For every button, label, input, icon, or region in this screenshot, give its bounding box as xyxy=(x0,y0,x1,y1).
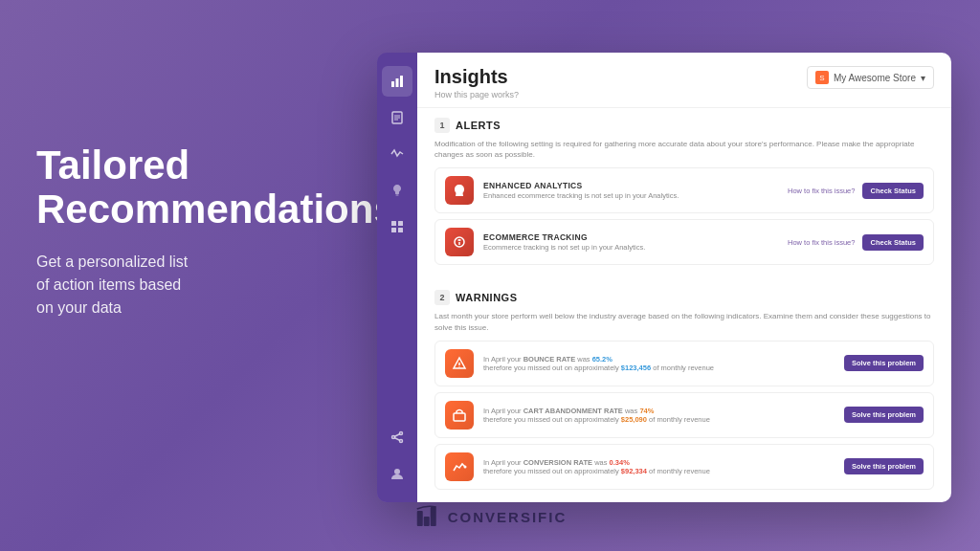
warning-content-1: In April your BOUNCE RATE was 65.2% ther… xyxy=(483,354,835,372)
left-section: Tailored Recommendations Get a personali… xyxy=(36,143,323,320)
warning-text-3: In April your CONVERSION RATE was 0.34% … xyxy=(483,458,835,475)
store-name: My Awesome Store xyxy=(834,73,916,83)
check-status-btn-1[interactable]: Check Status xyxy=(862,183,924,199)
alert-actions-2: How to fix this issue? Check Status xyxy=(788,234,924,251)
sidebar-bottom xyxy=(382,422,412,502)
svg-point-21 xyxy=(394,469,400,474)
chevron-down-icon: ▾ xyxy=(921,73,925,83)
svg-rect-5 xyxy=(400,76,403,87)
svg-point-17 xyxy=(392,436,395,439)
warning-text-2: In April your CART ABANDONMENT RATE was … xyxy=(483,407,835,424)
warning-icon-3 xyxy=(445,452,474,481)
logo-text: CONVERSIFIC xyxy=(448,509,568,525)
alerts-number: 1 xyxy=(434,118,450,133)
sidebar xyxy=(377,53,417,502)
svg-point-25 xyxy=(458,366,459,367)
alert-icon-2 xyxy=(445,228,474,256)
sub-heading: Get a personalized listof action items b… xyxy=(36,251,323,320)
main-content: Insights How this page works? S My Aweso… xyxy=(417,53,951,502)
sidebar-icon-lightbulb[interactable] xyxy=(382,175,412,206)
solve-btn-2[interactable]: Solve this problem xyxy=(844,407,924,423)
alert-title-1: ENHANCED ANALYTICS xyxy=(483,181,778,190)
warnings-title: WARNINGS xyxy=(456,292,518,303)
svg-rect-0 xyxy=(417,511,423,526)
alert-desc-2: Ecommerce tracking is not set up in your… xyxy=(483,243,778,252)
warning-icon-1 xyxy=(445,349,474,378)
sidebar-icon-grid[interactable] xyxy=(382,211,412,242)
warning-content-2: In April your CART ABANDONMENT RATE was … xyxy=(483,406,835,424)
sidebar-icon-user[interactable] xyxy=(382,458,412,489)
bottom-logo: CONVERSIFIC xyxy=(413,503,568,530)
svg-point-16 xyxy=(400,432,403,435)
solve-btn-3[interactable]: Solve this problem xyxy=(844,458,924,474)
main-heading: Tailored Recommendations xyxy=(36,143,323,231)
svg-rect-10 xyxy=(395,193,399,194)
header-left: Insights How this page works? xyxy=(434,66,519,99)
warnings-header: 2 WARNINGS xyxy=(434,290,934,305)
content-header: Insights How this page works? S My Aweso… xyxy=(417,53,951,108)
svg-rect-13 xyxy=(398,221,403,226)
store-icon: S xyxy=(815,71,829,84)
sidebar-icon-activity[interactable] xyxy=(382,139,412,169)
svg-rect-12 xyxy=(391,221,396,226)
svg-rect-14 xyxy=(391,228,396,232)
warnings-section: 2 WARNINGS Last month your store perform… xyxy=(417,280,951,502)
sidebar-icon-chart[interactable] xyxy=(382,66,412,97)
svg-rect-26 xyxy=(454,413,465,421)
warning-text-1: In April your BOUNCE RATE was 65.2% ther… xyxy=(483,355,835,372)
warning-card-1: In April your BOUNCE RATE was 65.2% ther… xyxy=(434,341,934,386)
alerts-section: 1 ALERTS Modification of the following s… xyxy=(417,108,951,280)
svg-line-19 xyxy=(395,434,400,436)
warnings-desc: Last month your store perform well below… xyxy=(434,311,934,332)
svg-rect-4 xyxy=(396,78,399,87)
svg-line-20 xyxy=(395,438,400,440)
warning-card-2: In April your CART ABANDONMENT RATE was … xyxy=(434,392,934,438)
alert-card-2: ECOMMERCE TRACKING Ecommerce tracking is… xyxy=(434,219,934,265)
solve-btn-1[interactable]: Solve this problem xyxy=(844,355,924,371)
store-selector[interactable]: S My Awesome Store ▾ xyxy=(807,66,934,89)
alerts-title: ALERTS xyxy=(456,120,501,131)
warning-content-3: In April your CONVERSION RATE was 0.34% … xyxy=(483,457,835,475)
sidebar-icon-share[interactable] xyxy=(382,422,412,452)
check-status-btn-2[interactable]: Check Status xyxy=(862,234,924,251)
alert-card-1: ENHANCED ANALYTICS Enhanced ecommerce tr… xyxy=(434,167,934,213)
warning-icon-2 xyxy=(445,401,474,430)
svg-rect-3 xyxy=(391,81,394,87)
svg-point-18 xyxy=(400,440,403,443)
svg-rect-11 xyxy=(396,195,399,196)
svg-rect-1 xyxy=(424,517,430,526)
page-subtitle: How this page works? xyxy=(434,90,519,99)
alerts-desc: Modification of the following setting is… xyxy=(434,139,934,160)
heading-line2: Recommendations xyxy=(36,187,396,231)
warnings-number: 2 xyxy=(434,290,450,305)
heading-line1: Tailored xyxy=(36,143,189,187)
alerts-header: 1 ALERTS xyxy=(434,118,934,133)
svg-rect-15 xyxy=(398,228,403,232)
page-title: Insights xyxy=(434,66,519,88)
alert-link-2[interactable]: How to fix this issue? xyxy=(788,238,855,247)
alert-actions-1: How to fix this issue? Check Status xyxy=(788,183,924,199)
alert-desc-1: Enhanced ecommerce tracking is not set u… xyxy=(483,191,778,200)
dashboard-panel: Insights How this page works? S My Aweso… xyxy=(377,53,951,502)
alert-link-1[interactable]: How to fix this issue? xyxy=(788,187,855,195)
alert-icon-1 xyxy=(445,176,474,205)
alert-content-2: ECOMMERCE TRACKING Ecommerce tracking is… xyxy=(483,232,778,252)
svg-point-27 xyxy=(464,465,467,468)
alert-content-1: ENHANCED ANALYTICS Enhanced ecommerce tr… xyxy=(483,181,778,200)
alert-title-2: ECOMMERCE TRACKING xyxy=(483,232,778,242)
logo-icon xyxy=(413,503,440,530)
sidebar-icon-doc[interactable] xyxy=(382,102,412,133)
svg-rect-2 xyxy=(431,507,436,526)
warning-card-3: In April your CONVERSION RATE was 0.34% … xyxy=(434,444,934,490)
